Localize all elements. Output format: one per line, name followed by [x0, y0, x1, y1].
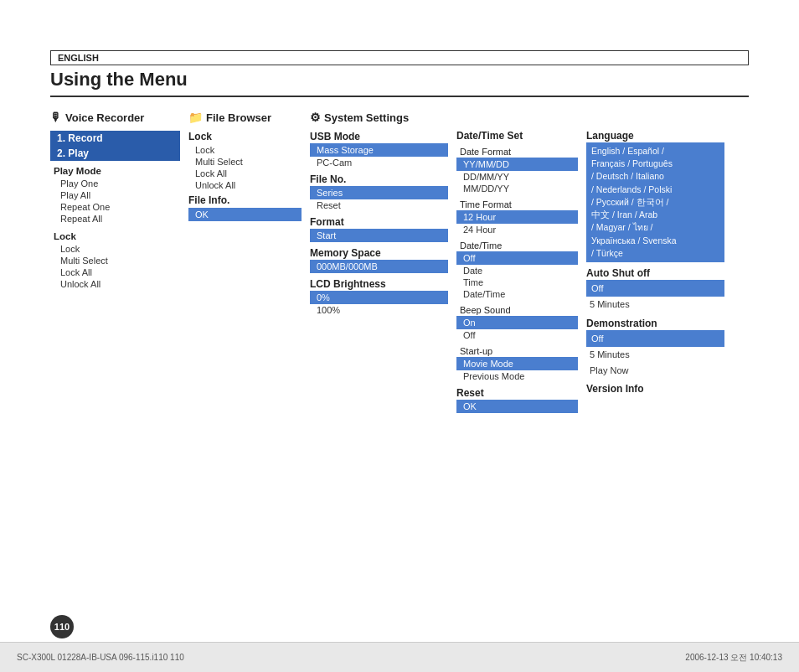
- col-file-browser: 📁 File Browser Lock Lock Multi Select Lo…: [180, 111, 302, 638]
- fb-lock-label: Lock: [188, 131, 302, 142]
- col-system-settings: ⚙ System Settings USB Mode Mass Storage …: [302, 111, 448, 638]
- auto-shut-off-label: Auto Shut off: [586, 267, 724, 279]
- vr-repeat-all[interactable]: Repeat All: [50, 213, 180, 225]
- col-voice-recorder: 🎙 Voice Recorder 1. Record 2. Play Play …: [50, 111, 180, 638]
- dt-ok[interactable]: OK: [456, 400, 578, 413]
- vr-play-all[interactable]: Play All: [50, 189, 180, 201]
- footer-left: SC-X300L 01228A-IB-USA 096-115.i110 110: [17, 653, 184, 662]
- page-container: ENGLISH Using the Menu 🎙 Voice Recorder …: [0, 0, 799, 672]
- gear-icon: ⚙: [310, 111, 321, 124]
- folder-icon: 📁: [188, 111, 203, 124]
- lang-label: Language: [586, 130, 724, 142]
- ss-series[interactable]: Series: [310, 186, 448, 199]
- demonstration-label: Demonstration: [586, 318, 724, 329]
- ss-brightness-0[interactable]: 0%: [310, 291, 448, 304]
- dt-dd-mm-yy[interactable]: DD/MM/YY: [456, 171, 578, 183]
- dt-reset-label: Reset: [456, 387, 578, 399]
- dt-beep-off[interactable]: Off: [456, 329, 578, 341]
- page-number-badge: 110: [50, 615, 74, 638]
- vr-lock-label: Lock: [50, 230, 180, 243]
- dt-movie-mode[interactable]: Movie Mode: [456, 357, 578, 370]
- dt-mm-dd-yy[interactable]: MM/DD/YY: [456, 183, 578, 194]
- dt-datetime[interactable]: Date/Time: [456, 288, 578, 300]
- dt-datetime-label: Date/Time: [456, 240, 578, 251]
- dt-date-format-label: Date Format: [456, 147, 578, 157]
- file-browser-header: 📁 File Browser: [188, 111, 302, 124]
- english-badge: ENGLISH: [50, 50, 749, 65]
- ss-file-no-label: File No.: [310, 173, 448, 185]
- fb-ok[interactable]: OK: [188, 208, 302, 221]
- fb-multi-select[interactable]: Multi Select: [188, 156, 302, 168]
- auto-shut-5-min[interactable]: 5 Minutes: [586, 297, 724, 313]
- fb-file-info-label: File Info.: [188, 194, 302, 206]
- vr-multi-select[interactable]: Multi Select: [50, 255, 180, 266]
- microphone-icon: 🎙: [50, 111, 62, 124]
- footer-right: 2006-12-13 오전 10:40:13: [685, 652, 782, 664]
- dt-12-hour[interactable]: 12 Hour: [456, 210, 578, 224]
- ss-brightness-100[interactable]: 100%: [310, 304, 448, 316]
- dt-yy-mm-dd[interactable]: YY/MM/DD: [456, 158, 578, 171]
- vr-lock[interactable]: Lock: [50, 243, 180, 255]
- dt-startup-label: Start-up: [456, 346, 578, 356]
- dt-datetime-set-label: Date/Time Set: [456, 130, 578, 142]
- vr-unlock-all[interactable]: Unlock All: [50, 278, 180, 290]
- ss-start[interactable]: Start: [310, 229, 448, 242]
- lang-options[interactable]: English / Español / Français / Português…: [586, 142, 724, 262]
- ss-memory-value: 000MB/000MB: [310, 260, 448, 273]
- vr-repeat-one[interactable]: Repeat One: [50, 201, 180, 213]
- demo-5-min[interactable]: 5 Minutes: [586, 347, 724, 363]
- fb-lock[interactable]: Lock: [188, 144, 302, 156]
- dt-time-format-label: Time Format: [456, 199, 578, 209]
- ss-reset[interactable]: Reset: [310, 199, 448, 211]
- dt-off[interactable]: Off: [456, 251, 578, 265]
- fb-unlock-all[interactable]: Unlock All: [188, 179, 302, 191]
- col-language: placeholder Language English / Español /…: [578, 111, 724, 638]
- version-info-label: Version Info: [586, 383, 724, 395]
- dt-time[interactable]: Time: [456, 277, 578, 288]
- ss-usb-mode-label: USB Mode: [310, 131, 448, 142]
- demo-play-now[interactable]: Play Now: [586, 363, 724, 379]
- auto-shut-off-value[interactable]: Off: [586, 280, 724, 297]
- vr-play-one[interactable]: Play One: [50, 178, 180, 189]
- vr-lock-all[interactable]: Lock All: [50, 266, 180, 278]
- ss-pc-cam[interactable]: PC-Cam: [310, 157, 448, 168]
- ss-format-label: Format: [310, 216, 448, 228]
- dt-date[interactable]: Date: [456, 265, 578, 277]
- dt-previous-mode[interactable]: Previous Mode: [456, 370, 578, 382]
- system-settings-header: ⚙ System Settings: [310, 111, 448, 124]
- ss-lcd-brightness-label: LCD Brightness: [310, 278, 448, 290]
- menu-columns: 🎙 Voice Recorder 1. Record 2. Play Play …: [50, 111, 749, 638]
- dt-24-hour[interactable]: 24 Hour: [456, 224, 578, 235]
- page-footer: SC-X300L 01228A-IB-USA 096-115.i110 110 …: [0, 642, 799, 672]
- dt-beep-on[interactable]: On: [456, 316, 578, 329]
- dt-beep-sound-label: Beep Sound: [456, 305, 578, 315]
- vr-record-item[interactable]: 1. Record: [50, 131, 180, 146]
- demo-off[interactable]: Off: [586, 330, 724, 348]
- vr-play-item[interactable]: 2. Play: [50, 146, 180, 161]
- ss-mass-storage[interactable]: Mass Storage: [310, 143, 448, 157]
- voice-recorder-header: 🎙 Voice Recorder: [50, 111, 180, 124]
- vr-play-mode-label: Play Mode: [50, 164, 180, 178]
- fb-lock-all[interactable]: Lock All: [188, 168, 302, 179]
- page-title: Using the Menu: [50, 69, 749, 97]
- col-date-time: placeholder Date/Time Set Date Format YY…: [448, 111, 578, 638]
- ss-memory-space-label: Memory Space: [310, 247, 448, 259]
